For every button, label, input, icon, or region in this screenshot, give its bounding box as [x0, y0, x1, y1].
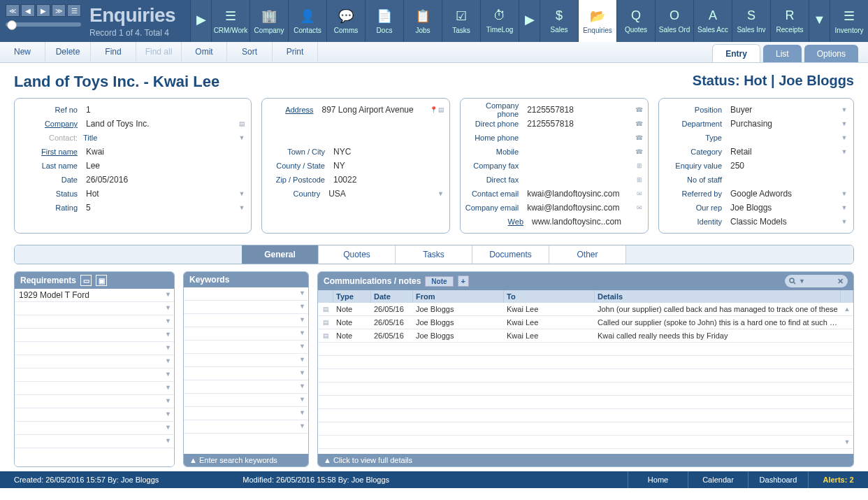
section-tasks[interactable]: Tasks: [396, 245, 472, 264]
lbl-address[interactable]: Address: [266, 106, 319, 114]
comm-row[interactable]: [318, 383, 853, 396]
requirement-item[interactable]: ▼: [15, 355, 174, 369]
comm-row[interactable]: [318, 396, 853, 409]
sort-button[interactable]: Sort: [227, 42, 273, 62]
section-quotes[interactable]: Quotes: [319, 245, 396, 264]
module-quotes[interactable]: QQuotes: [616, 0, 655, 42]
keyword-item[interactable]: ▼: [184, 420, 308, 434]
col-type[interactable]: Type: [333, 290, 371, 303]
module-crm[interactable]: ☰CRM/Work: [211, 0, 249, 42]
list-toggle-button[interactable]: ☰: [67, 4, 81, 17]
dropdown-icon[interactable]: ▼: [839, 204, 849, 211]
dropdown-icon[interactable]: ▼: [839, 134, 849, 141]
dropdown-icon[interactable]: ▼: [299, 290, 305, 297]
comm-row[interactable]: [318, 422, 853, 436]
country-dropdown-icon[interactable]: ▼: [436, 190, 445, 197]
requirement-item[interactable]: ▼: [15, 329, 174, 342]
keyword-item[interactable]: ▼: [184, 354, 308, 367]
last-name-field[interactable]: [83, 159, 247, 172]
dropdown-icon[interactable]: ▼: [165, 437, 171, 444]
status-field[interactable]: [83, 187, 237, 200]
dropdown-icon[interactable]: ▼: [839, 190, 849, 197]
module-receipts[interactable]: RReceipts: [770, 0, 809, 42]
rating-dropdown-icon[interactable]: ▼: [237, 204, 247, 211]
comm-row[interactable]: [318, 369, 853, 383]
phone-icon[interactable]: ☎: [635, 106, 644, 113]
dropdown-icon[interactable]: ▼: [165, 357, 171, 364]
keyword-item[interactable]: ▼: [184, 314, 308, 327]
zip-field[interactable]: [331, 173, 445, 186]
find-all-button[interactable]: Find all: [136, 42, 182, 62]
fax-icon[interactable]: ⊞: [635, 176, 644, 183]
requirement-item[interactable]: ▼: [15, 342, 174, 355]
comm-row[interactable]: ▤ Note26/05/16Joe BloggsKwai LeeCalled o…: [318, 316, 853, 329]
module-sales-inv[interactable]: SSales Inv: [732, 0, 770, 42]
company-phone-field[interactable]: [524, 103, 635, 116]
comm-search[interactable]: ▼ ✕: [785, 275, 848, 287]
dropdown-icon[interactable]: ▼: [299, 343, 305, 350]
town-field[interactable]: [331, 145, 445, 158]
new-button[interactable]: New: [0, 42, 45, 62]
county-field[interactable]: [331, 159, 445, 172]
position-field[interactable]: [728, 103, 839, 116]
requirement-item[interactable]: ▼: [15, 395, 174, 408]
ref-no-field[interactable]: [83, 103, 247, 116]
next-record-button[interactable]: ▶: [36, 4, 50, 17]
dropdown-icon[interactable]: ▼: [165, 410, 171, 417]
requirement-item[interactable]: ▼: [15, 315, 174, 329]
keyword-item[interactable]: ▼: [184, 380, 308, 394]
company-email-field[interactable]: [524, 201, 635, 214]
keyword-item[interactable]: ▼: [184, 367, 308, 380]
footer-home[interactable]: Home: [628, 471, 688, 488]
dropdown-icon[interactable]: ▼: [299, 422, 305, 429]
inventory-dropdown[interactable]: ▼: [809, 0, 830, 42]
scroll-down-icon[interactable]: ▼: [841, 438, 853, 446]
dropdown-icon[interactable]: ▼: [839, 106, 849, 113]
rating-field[interactable]: [83, 201, 237, 214]
dropdown-icon[interactable]: ▼: [299, 409, 305, 416]
referred-by-field[interactable]: [728, 187, 839, 200]
section-general[interactable]: General: [242, 245, 319, 264]
record-slider[interactable]: [6, 22, 81, 27]
department-field[interactable]: [728, 117, 839, 130]
dropdown-icon[interactable]: ▼: [165, 304, 171, 311]
module-company[interactable]: 🏢Company: [249, 0, 288, 42]
fax-icon[interactable]: ⊞: [635, 162, 644, 169]
keyword-item[interactable]: ▼: [184, 394, 308, 407]
keyword-item[interactable]: ▼: [184, 287, 308, 301]
col-to[interactable]: To: [504, 290, 595, 303]
module-timelog[interactable]: ⏱TimeLog: [480, 0, 519, 42]
direct-phone-field[interactable]: [524, 117, 635, 130]
footer-alerts[interactable]: Alerts: 2: [808, 471, 868, 488]
requirement-item[interactable]: ▼: [15, 302, 174, 315]
title-field[interactable]: [103, 131, 237, 144]
type-field[interactable]: [728, 131, 839, 144]
tab-options[interactable]: Options: [804, 45, 858, 62]
web-field[interactable]: [529, 215, 644, 228]
status-dropdown-icon[interactable]: ▼: [237, 190, 247, 197]
title-dropdown-icon[interactable]: ▼: [237, 134, 247, 141]
dropdown-icon[interactable]: ▼: [165, 371, 171, 378]
dropdown-icon[interactable]: ▼: [165, 344, 171, 351]
requirements-action1-icon[interactable]: ▭: [80, 275, 92, 286]
address-action-icon[interactable]: ▤: [437, 106, 445, 113]
omit-button[interactable]: Omit: [182, 42, 227, 62]
comm-row[interactable]: ▤ Note26/05/16Joe BloggsKwai LeeJohn (ou…: [318, 303, 853, 316]
lbl-web[interactable]: Web: [465, 217, 529, 226]
lbl-company[interactable]: Company: [19, 120, 83, 128]
requirement-item[interactable]: ▼: [15, 408, 174, 422]
sales-expand-button[interactable]: ▶: [519, 0, 540, 42]
dropdown-icon[interactable]: ▼: [839, 148, 849, 155]
comm-footer[interactable]: ▲ Click to view full details: [318, 454, 853, 466]
keyword-item[interactable]: ▼: [184, 407, 308, 420]
our-rep-field[interactable]: [728, 201, 839, 214]
col-from[interactable]: From: [413, 290, 504, 303]
phone-icon[interactable]: ☎: [635, 134, 644, 141]
first-name-field[interactable]: [83, 145, 247, 158]
dropdown-icon[interactable]: ▼: [299, 396, 305, 403]
module-jobs[interactable]: 📋Jobs: [403, 0, 442, 42]
clear-search-icon[interactable]: ✕: [837, 277, 844, 286]
module-sales[interactable]: $Sales: [540, 0, 578, 42]
email-icon[interactable]: ✉: [635, 190, 644, 197]
scroll-up-icon[interactable]: ▲: [841, 305, 853, 313]
